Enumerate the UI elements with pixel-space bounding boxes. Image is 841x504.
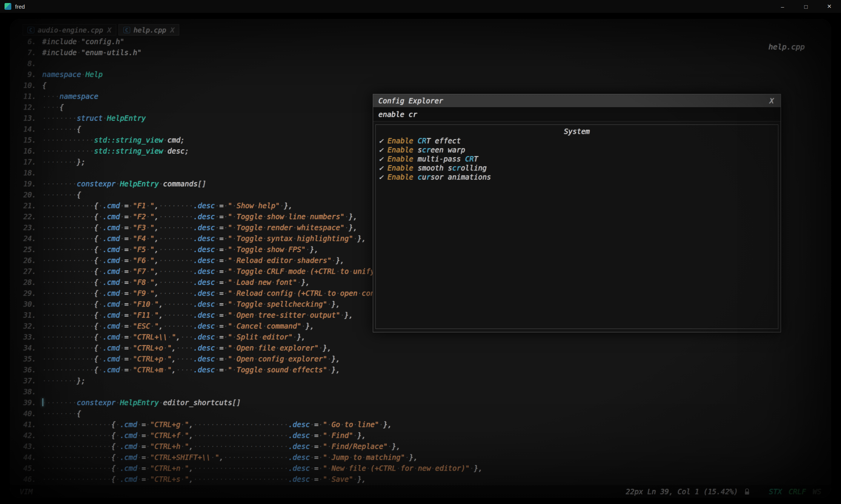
line-number: 8. — [14, 58, 36, 69]
checkmark-icon: ✓ — [379, 164, 383, 172]
line-number: 29. — [14, 288, 36, 299]
line-number: 33. — [14, 332, 36, 343]
line-number: 15. — [14, 135, 36, 146]
config-option[interactable]: ✓ Enable CRT effect — [379, 136, 775, 145]
tab-bar: Caudio-engine.cppXChelp.cppX — [23, 24, 179, 35]
lock-icon — [744, 488, 750, 495]
line-number: 42. — [14, 430, 36, 441]
line-number: 21. — [14, 200, 36, 211]
tab-help.cpp[interactable]: Chelp.cppX — [118, 24, 179, 35]
config-section-header: System — [379, 126, 775, 136]
line-number: 12. — [14, 102, 36, 113]
app-icon — [5, 3, 11, 10]
tab-audio-engine.cpp[interactable]: Caudio-engine.cppX — [23, 24, 116, 35]
config-explorer-popup: Config Explorer X enable cr System ✓ Ena… — [373, 94, 781, 332]
line-number: 38. — [14, 386, 36, 397]
checkmark-icon: ✓ — [379, 155, 383, 163]
config-explorer-title: Config Explorer — [378, 97, 443, 105]
line-number: 22. — [14, 211, 36, 222]
code-line[interactable]: 33.············{·.cmd·=·"CTRL+\\·",···.d… — [14, 332, 831, 343]
code-line[interactable]: 41.················{·.cmd·=·"CTRL+g·",··… — [14, 419, 831, 430]
line-number: 28. — [14, 277, 36, 288]
line-number: 26. — [14, 255, 36, 266]
line-number: 11. — [14, 91, 36, 102]
code-line[interactable]: 39.········constexpr·HelpEntry·editor_sh… — [14, 397, 831, 408]
line-number: 6. — [14, 36, 36, 47]
line-number: 46. — [14, 474, 36, 485]
line-number: 43. — [14, 441, 36, 452]
line-number: 34. — [14, 343, 36, 353]
code-line[interactable]: 6.#include·"config.h" — [14, 36, 831, 47]
line-number: 41. — [14, 419, 36, 430]
vim-mode-indicator: VIM — [20, 487, 32, 496]
line-number: 16. — [14, 146, 36, 157]
code-line[interactable]: 7.#include·"enum-utils.h" — [14, 47, 831, 58]
checkmark-icon: ✓ — [379, 146, 383, 154]
line-number: 7. — [14, 47, 36, 58]
tab-label: audio-engine.cpp — [38, 26, 103, 34]
line-number: 10. — [14, 80, 36, 91]
line-number: 24. — [14, 233, 36, 244]
config-option-list: System ✓ Enable CRT effect✓ Enable scree… — [375, 124, 778, 329]
line-number: 36. — [14, 364, 36, 375]
line-number: 45. — [14, 463, 36, 474]
config-explorer-header: Config Explorer X — [373, 94, 781, 107]
config-option[interactable]: ✓ Enable multi-pass CRT — [379, 154, 775, 163]
code-line[interactable]: 46.················{·.cmd·=·"CTRL+s·",··… — [14, 474, 831, 485]
titlebar: fred – □ ✕ — [0, 0, 841, 13]
config-option[interactable]: ✓ Enable screen warp — [379, 145, 775, 154]
config-search-input[interactable]: enable cr — [373, 107, 781, 121]
line-number: 17. — [14, 157, 36, 167]
line-number: 39. — [14, 397, 36, 408]
line-number: 9. — [14, 69, 36, 80]
config-option[interactable]: ✓ Enable smooth scrolling — [379, 163, 775, 172]
code-line[interactable]: 44.················{·.cmd·=·"CTRL+SHIFT+… — [14, 452, 831, 463]
cpp-file-icon: C — [123, 27, 130, 33]
window-title: fred — [15, 3, 25, 10]
code-line[interactable]: 40.········{ — [14, 408, 831, 419]
window-controls: – □ ✕ — [771, 0, 841, 13]
code-line[interactable]: 8. — [14, 58, 831, 69]
maximize-button[interactable]: □ — [794, 0, 818, 13]
config-explorer-close-button[interactable]: X — [768, 97, 775, 105]
line-number: 20. — [14, 189, 36, 200]
line-number: 27. — [14, 266, 36, 277]
config-option[interactable]: ✓ Enable cursor animations — [379, 172, 775, 181]
line-number: 44. — [14, 452, 36, 463]
code-line[interactable]: 34.············{·.cmd·=·"CTRL+o·",····.d… — [14, 343, 831, 353]
code-line[interactable]: 36.············{·.cmd·=·"CTRL+m·",····.d… — [14, 364, 831, 375]
line-number: 19. — [14, 178, 36, 189]
line-number: 32. — [14, 321, 36, 332]
line-number: 40. — [14, 408, 36, 419]
code-line[interactable]: 35.············{·.cmd·=·"CTRL+p·",····.d… — [14, 353, 831, 364]
code-line[interactable]: 38. — [14, 386, 831, 397]
line-number: 18. — [14, 167, 36, 178]
line-number: 23. — [14, 222, 36, 233]
line-number: 14. — [14, 124, 36, 135]
checkmark-icon: ✓ — [379, 173, 383, 181]
code-line[interactable]: 9.namespace·Help — [14, 69, 831, 80]
status-flag-crlf: CRLF — [789, 487, 806, 496]
status-flag-ws: WS — [813, 487, 821, 496]
line-number: 35. — [14, 353, 36, 364]
code-line[interactable]: 42.················{·.cmd·=·"CTRL+f·",··… — [14, 430, 831, 441]
tab-close-button[interactable]: X — [107, 26, 111, 34]
cursor-position-info: 22px Ln 39, Col 1 (15.42%) — [626, 487, 738, 496]
code-line[interactable]: 43.················{·.cmd·=·"CTRL+h·",··… — [14, 441, 831, 452]
tab-label: help.cpp — [134, 26, 166, 34]
status-bar: VIM 22px Ln 39, Col 1 (15.42%) STXCRLFWS — [10, 485, 831, 498]
code-line[interactable]: 45.················{·.cmd·=·"CTRL+n·",··… — [14, 463, 831, 474]
crt-editor-screen: 6.#include·"config.h"7.#include·"enum-ut… — [10, 19, 831, 498]
line-number: 30. — [14, 299, 36, 310]
status-flag-stx: STX — [769, 487, 782, 496]
line-number: 13. — [14, 113, 36, 124]
line-number: 37. — [14, 375, 36, 386]
tab-close-button[interactable]: X — [171, 26, 175, 34]
status-flags: STXCRLFWS — [769, 487, 821, 496]
minimize-button[interactable]: – — [771, 0, 794, 13]
code-line[interactable]: 10.{ — [14, 80, 831, 91]
code-line[interactable]: 37.········}; — [14, 375, 831, 386]
close-button[interactable]: ✕ — [818, 0, 841, 13]
filename-overlay: help.cpp — [769, 42, 805, 51]
cpp-file-icon: C — [28, 27, 34, 33]
